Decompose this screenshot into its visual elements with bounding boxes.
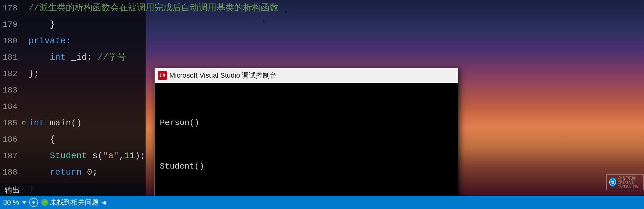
line-content-178: //派生类的析构函数会在被调用完成后自动调用基类的析构函数 [28,0,278,16]
code-line-184: 184 [0,99,146,115]
bird-decoration-2: ∧ [263,19,265,24]
line-number-183: 183 [0,82,22,99]
code-line-179: 179 } [0,16,146,33]
console-output: Person() Student() ~Person() ~Student() … [160,87,453,200]
line-content-185: int main() [28,115,146,131]
line-number-185: 185 [0,115,22,131]
svg-text:创: 创 [611,181,614,184]
line-number-179: 179 [0,16,22,33]
code-line-178: 178 //派生类的析构函数会在被调用完成后自动调用基类的析构函数 [0,0,146,16]
code-line-185: 185 ⊟ int main() [0,115,146,131]
check-circle-icon: ✓ [41,199,48,206]
zoom-dropdown-icon[interactable]: ▼ [22,199,26,206]
line-number-180: 180 [0,33,22,49]
status-bar: 30 % ▼ ✓ 未找到相关问题 ◀ [0,196,644,209]
code-line-187: 187 Student s("a",11); [0,148,146,164]
console-titlebar: C# Microsoft Visual Studio 调试控制台 [155,68,458,83]
zoom-level[interactable]: 30 % [3,198,19,206]
line-number-184: 184 [0,99,22,115]
code-line-188: 188 return 0; [0,164,146,181]
watermark-box: 创 创新互联 CREATIVE CONSULTING [606,174,644,191]
code-line-181: 181 int _id; //学号 [0,49,146,66]
line-number-186: 186 [0,131,22,148]
line-number-188: 188 [0,164,22,181]
console-title: Microsoft Visual Studio 调试控制台 [169,71,277,80]
line-number-182: 182 [0,66,22,82]
no-issues-status: ✓ 未找到相关问题 [41,198,99,207]
code-line-186: 186 { [0,131,146,148]
watermark-logo: 创 [609,177,616,187]
bird-decoration-3: ∧ [285,9,287,14]
console-line-1: Person() [160,116,453,130]
target-icon[interactable] [29,198,38,207]
line-content-188: return 0; [28,164,146,181]
code-line-182: 182 }; [0,66,146,82]
line-number-178: 178 [0,0,22,16]
line-content-181: int _id; //学号 [28,49,146,66]
watermark: 创 创新互联 CREATIVE CONSULTING [609,173,641,192]
line-content-187: Student s("a",11); [28,148,146,164]
line-number-181: 181 [0,49,22,66]
code-line-183: 183 [0,82,146,99]
console-body: Person() Student() ~Person() ~Student() … [155,83,458,200]
line-number-187: 187 [0,148,22,164]
console-dialog: C# Microsoft Visual Studio 调试控制台 Person(… [154,68,458,200]
output-text: 输出 [5,185,20,195]
line-content-180: private: [28,33,146,49]
line-content-186: { [28,131,146,148]
line-content-179: } [28,16,146,33]
vs-icon: C# [158,71,167,80]
code-editor-panel: 178 //派生类的析构函数会在被调用完成后自动调用基类的析构函数 179 } … [0,0,146,196]
status-arrow-icon[interactable]: ◀ [102,198,106,207]
code-content: 178 //派生类的析构函数会在被调用完成后自动调用基类的析构函数 179 } … [0,0,146,197]
code-line-180: 180 private: [0,33,146,49]
collapse-185[interactable]: ⊟ [22,115,28,131]
watermark-label: 创新互联 CREATIVE CONSULTING [618,176,641,189]
output-panel-label: 输出 [0,184,146,196]
console-line-2: Student() [160,159,453,174]
no-issues-text: 未找到相关问题 [50,198,99,207]
line-content-182: }; [28,66,146,82]
